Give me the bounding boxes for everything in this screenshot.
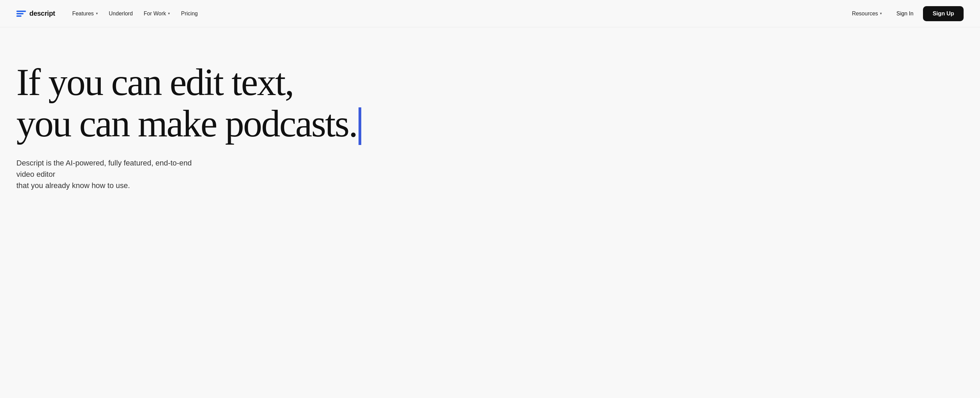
nav-links-left: Features ▾ Underlord For Work ▾ Pricing	[67, 8, 202, 19]
nav-link-for-work[interactable]: For Work ▾	[139, 8, 175, 19]
nav-link-features[interactable]: Features ▾	[67, 8, 102, 19]
text-cursor	[358, 107, 361, 145]
hero-headline-line1: If you can edit text,	[16, 62, 361, 103]
nav-link-pricing[interactable]: Pricing	[176, 8, 202, 19]
logo-link[interactable]: descript	[16, 10, 55, 18]
sign-in-button[interactable]: Sign In	[889, 8, 920, 20]
nav-right: Resources ▾ Sign In Sign Up	[847, 6, 964, 21]
descript-logo-icon	[16, 11, 26, 17]
nav-link-resources[interactable]: Resources ▾	[847, 8, 887, 19]
sign-up-button[interactable]: Sign Up	[923, 6, 964, 21]
chevron-down-icon: ▾	[880, 11, 882, 16]
main-nav: descript Features ▾ Underlord For Work ▾…	[0, 0, 980, 27]
hero-subtext: Descript is the AI-powered, fully featur…	[16, 157, 194, 191]
chevron-down-icon: ▾	[168, 11, 170, 16]
hero-section: If you can edit text, you can make podca…	[0, 27, 478, 212]
hero-headline: If you can edit text, you can make podca…	[16, 62, 361, 146]
logo-text: descript	[29, 10, 55, 18]
nav-left: descript Features ▾ Underlord For Work ▾…	[16, 8, 202, 19]
nav-link-underlord[interactable]: Underlord	[104, 8, 138, 19]
hero-headline-line2: you can make podcasts.	[16, 103, 361, 146]
chevron-down-icon: ▾	[96, 11, 98, 16]
